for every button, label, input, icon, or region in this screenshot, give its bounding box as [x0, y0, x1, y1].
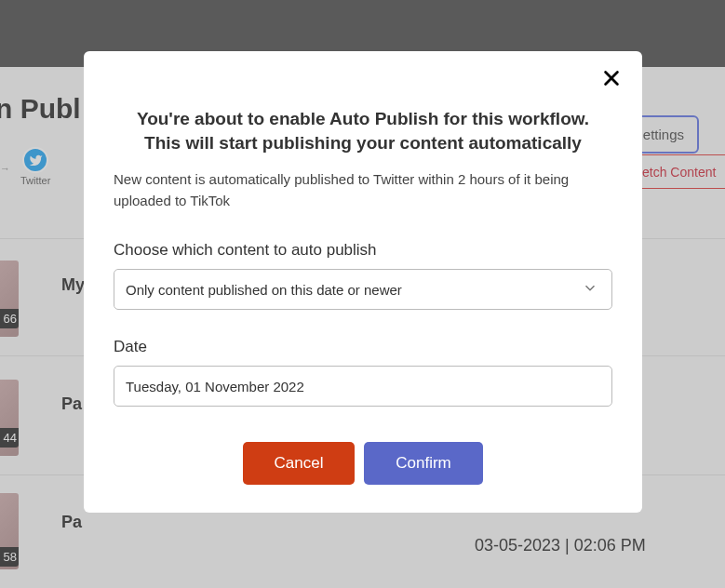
modal-button-row: Cancel Confirm: [114, 442, 612, 485]
cancel-button[interactable]: Cancel: [243, 442, 355, 485]
modal-overlay: You're about to enable Auto Publish for …: [0, 0, 725, 588]
content-filter-select[interactable]: Only content published on this date or n…: [114, 269, 612, 310]
confirm-button[interactable]: Confirm: [364, 442, 483, 485]
modal-description: New content is automatically published t…: [114, 169, 612, 211]
close-icon[interactable]: [601, 68, 622, 88]
page-background: d In Publ → Twitter ettings etch Content…: [0, 0, 725, 588]
date-input[interactable]: Tuesday, 01 November 2022: [114, 366, 612, 407]
date-label: Date: [114, 338, 612, 356]
select-label: Choose which content to auto publish: [114, 241, 612, 260]
date-value: Tuesday, 01 November 2022: [126, 379, 304, 394]
auto-publish-modal: You're about to enable Auto Publish for …: [84, 51, 642, 513]
modal-heading: You're about to enable Auto Publish for …: [127, 107, 599, 154]
chevron-down-icon: [582, 280, 598, 300]
select-value: Only content published on this date or n…: [126, 282, 402, 298]
